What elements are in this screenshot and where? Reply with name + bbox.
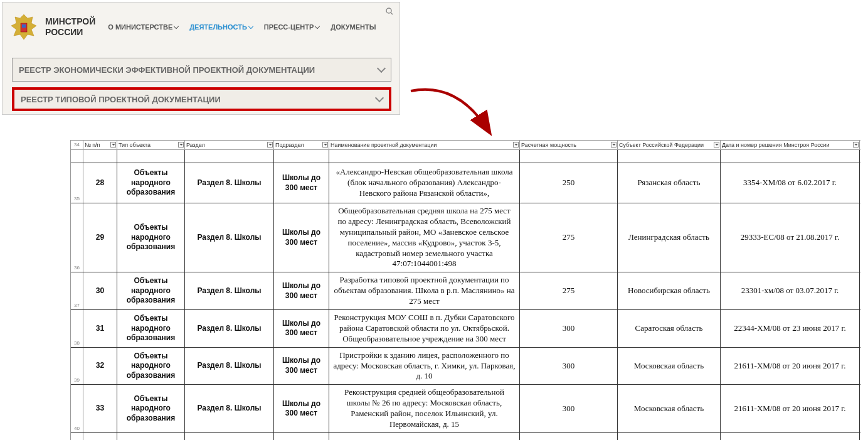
rownum-cell: 35 [71, 163, 83, 203]
rownum-cell: 38 [71, 310, 83, 347]
column-header[interactable]: Наименование проектной документации [329, 141, 520, 149]
filter-icon[interactable] [853, 142, 859, 148]
cell: «Александро-Невская общеобразовательная … [329, 163, 520, 203]
column-header[interactable]: Субъект Российской Федерации [618, 141, 721, 149]
registry-table: 34 № п/пТип объектаРазделПодразделНаимен… [70, 140, 860, 440]
cell: 300 [520, 348, 618, 385]
nav-item[interactable]: ПРЕСС-ЦЕНТР [264, 23, 320, 31]
column-header[interactable]: Расчетная мощность [520, 141, 618, 149]
rownum-cell [71, 150, 83, 163]
cell: Школы до 300 мест [274, 348, 329, 385]
cell: Реконструкция средней общеобразовательно… [329, 385, 520, 432]
rownum-cell: 39 [71, 348, 83, 385]
cell: 250 [520, 163, 618, 203]
filter-icon[interactable] [513, 142, 519, 148]
cell: 23301-хм/08 от 03.07.2017 г. [721, 272, 860, 309]
rownum-cell [71, 433, 83, 440]
filter-icon[interactable] [714, 142, 719, 148]
cell: Разработка типовой проектной документаци… [329, 272, 520, 309]
filter-icon[interactable] [322, 142, 328, 148]
rownum-cell: 36 [71, 203, 83, 272]
chevron-down-icon [174, 23, 179, 28]
filter-icon[interactable] [178, 142, 184, 148]
cell: 32 [83, 348, 117, 385]
cell: 21611-ХМ/08 от 20 июня 2017 г. [721, 385, 860, 432]
column-header[interactable]: Раздел [185, 141, 274, 149]
cell: Школы до 300 мест [274, 203, 329, 272]
cell: 300 [520, 310, 618, 347]
cell: 3354-ХМ/08 от 6.02.2017 г. [721, 163, 860, 203]
cell: Раздел 8. Школы [185, 272, 274, 309]
column-header[interactable]: № п/п [83, 141, 117, 149]
filter-icon[interactable] [611, 142, 617, 148]
cell: 275 [520, 272, 618, 309]
cell: 28 [83, 163, 117, 203]
cell: Московская область [618, 385, 721, 432]
table-row: 4033Объекты народного образованияРаздел … [71, 385, 860, 433]
rownum-cell: 37 [71, 272, 83, 309]
dropdown-registry-typical[interactable]: РЕЕСТР ТИПОВОЙ ПРОЕКТНОЙ ДОКУМЕНТАЦИИ [12, 87, 391, 111]
cell: Объекты народного образования [117, 163, 185, 203]
cell: Московская область [618, 348, 721, 385]
cell: Объекты народного образования [117, 310, 185, 347]
chevron-down-icon [377, 63, 386, 72]
cell: 33 [83, 385, 117, 432]
rownum-cell: 40 [71, 385, 83, 432]
logo-line1: МИНСТРОЙ [45, 16, 95, 27]
partial-row-bottom [71, 433, 860, 440]
filter-icon[interactable] [267, 142, 273, 148]
chevron-down-icon [315, 23, 320, 28]
logo-text: МИНСТРОЙ РОССИИ [45, 16, 95, 38]
nav-menu: О МИНИСТЕРСТВЕДЕЯТЕЛЬНОСТЬПРЕСС-ЦЕНТРДОК… [108, 23, 376, 31]
cell: Раздел 8. Школы [185, 385, 274, 432]
cell: 22344-ХМ/08 от 23 июня 2017 г. [721, 310, 860, 347]
cell: Объекты народного образования [117, 348, 185, 385]
dropdown-label: РЕЕСТР ТИПОВОЙ ПРОЕКТНОЙ ДОКУМЕНТАЦИИ [21, 95, 221, 104]
table-header-row: 34 № п/пТип объектаРазделПодразделНаимен… [71, 141, 860, 150]
header-card: МИНСТРОЙ РОССИИ О МИНИСТЕРСТВЕДЕЯТЕЛЬНОС… [2, 2, 400, 115]
cell: 29333-ЕС/08 от 21.08.2017 г. [721, 203, 860, 272]
dropdown-registry-effective[interactable]: РЕЕСТР ЭКОНОМИЧЕСКИ ЭФФЕКТИВНОЙ ПРОЕКТНО… [12, 58, 391, 82]
column-header[interactable]: Дата и номер решения Минстроя России [721, 141, 860, 149]
cell: Саратоская область [618, 310, 721, 347]
logo-line2: РОССИИ [45, 27, 95, 38]
chevron-down-icon [248, 23, 253, 28]
svg-rect-3 [22, 24, 26, 28]
cell: 30 [83, 272, 117, 309]
cell: Объекты народного образования [117, 272, 185, 309]
column-header[interactable]: Тип объекта [117, 141, 185, 149]
cell: Школы до 300 мест [274, 310, 329, 347]
cell: Школы до 300 мест [274, 272, 329, 309]
table-row: 3629Объекты народного образованияРаздел … [71, 203, 860, 272]
table-row: 3730Объекты народного образованияРаздел … [71, 272, 860, 310]
partial-row [71, 150, 860, 163]
cell: Школы до 300 мест [274, 163, 329, 203]
cell: Объекты народного образования [117, 385, 185, 432]
column-header[interactable]: Подраздел [274, 141, 329, 149]
cell: Раздел 8. Школы [185, 163, 274, 203]
filter-icon[interactable] [110, 142, 116, 148]
cell: Общеобразовательная средняя школа на 275… [329, 203, 520, 272]
cell: 21611-ХМ/08 от 20 июня 2017 г. [721, 348, 860, 385]
nav-item[interactable]: ДОКУМЕНТЫ [331, 23, 376, 31]
nav-item[interactable]: ДЕЯТЕЛЬНОСТЬ [189, 23, 253, 31]
cell: 29 [83, 203, 117, 272]
arrow-icon [408, 78, 502, 148]
cell: Рязанская область [618, 163, 721, 203]
table-row: 3831Объекты народного образованияРаздел … [71, 310, 860, 348]
emblem-icon [9, 12, 39, 42]
cell: Объекты народного образования [117, 203, 185, 272]
cell: Раздел 8. Школы [185, 310, 274, 347]
header-rownum: 34 [71, 141, 83, 149]
cell: Новосибирская область [618, 272, 721, 309]
dropdown-label: РЕЕСТР ЭКОНОМИЧЕСКИ ЭФФЕКТИВНОЙ ПРОЕКТНО… [19, 65, 315, 75]
cell: Раздел 8. Школы [185, 348, 274, 385]
nav-item[interactable]: О МИНИСТЕРСТВЕ [108, 23, 178, 31]
cell: 300 [520, 385, 618, 432]
cell: 31 [83, 310, 117, 347]
chevron-down-icon [375, 93, 384, 102]
cell: Раздел 8. Школы [185, 203, 274, 272]
logo-section: МИНСТРОЙ РОССИИ О МИНИСТЕРСТВЕДЕЯТЕЛЬНОС… [9, 9, 394, 45]
cell: Пристройки к зданию лицея, расположенног… [329, 348, 520, 385]
table-row: 3528Объекты народного образованияРаздел … [71, 163, 860, 203]
